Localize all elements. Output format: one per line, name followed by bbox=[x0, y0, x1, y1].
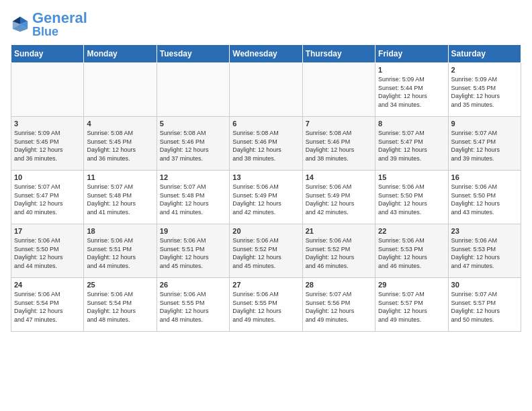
day-info: Sunrise: 5:06 AM Sunset: 5:53 PM Dayligh… bbox=[378, 236, 445, 270]
calendar-week-row: 10Sunrise: 5:07 AM Sunset: 5:47 PM Dayli… bbox=[11, 171, 521, 224]
day-info: Sunrise: 5:08 AM Sunset: 5:46 PM Dayligh… bbox=[232, 129, 299, 163]
day-info: Sunrise: 5:07 AM Sunset: 5:48 PM Dayligh… bbox=[160, 183, 226, 216]
day-info: Sunrise: 5:06 AM Sunset: 5:51 PM Dayligh… bbox=[160, 236, 226, 270]
calendar-cell: 28Sunrise: 5:07 AM Sunset: 5:56 PM Dayli… bbox=[302, 278, 375, 332]
day-info: Sunrise: 5:09 AM Sunset: 5:44 PM Dayligh… bbox=[378, 75, 445, 109]
day-info: Sunrise: 5:06 AM Sunset: 5:50 PM Dayligh… bbox=[451, 183, 518, 216]
calendar-cell: 9Sunrise: 5:07 AM Sunset: 5:47 PM Daylig… bbox=[448, 117, 521, 171]
day-number: 8 bbox=[378, 120, 445, 128]
day-info: Sunrise: 5:06 AM Sunset: 5:54 PM Dayligh… bbox=[87, 290, 153, 324]
logo-icon bbox=[11, 15, 30, 34]
calendar-cell: 20Sunrise: 5:06 AM Sunset: 5:52 PM Dayli… bbox=[230, 224, 302, 278]
calendar-header: SundayMondayTuesdayWednesdayThursdayFrid… bbox=[11, 45, 521, 63]
calendar-cell bbox=[157, 63, 229, 117]
logo-text2: Blue bbox=[32, 26, 87, 38]
calendar-cell: 21Sunrise: 5:06 AM Sunset: 5:52 PM Dayli… bbox=[302, 224, 375, 278]
day-number: 19 bbox=[160, 227, 226, 235]
day-number: 30 bbox=[451, 281, 518, 289]
calendar-cell: 11Sunrise: 5:07 AM Sunset: 5:48 PM Dayli… bbox=[84, 171, 157, 224]
calendar-cell bbox=[84, 63, 157, 117]
day-number: 14 bbox=[306, 173, 372, 181]
day-info: Sunrise: 5:07 AM Sunset: 5:48 PM Dayligh… bbox=[87, 183, 153, 216]
day-number: 4 bbox=[87, 120, 153, 128]
day-info: Sunrise: 5:06 AM Sunset: 5:52 PM Dayligh… bbox=[232, 236, 299, 270]
calendar-cell: 12Sunrise: 5:07 AM Sunset: 5:48 PM Dayli… bbox=[157, 171, 229, 224]
day-number: 18 bbox=[87, 227, 153, 235]
calendar-cell: 13Sunrise: 5:06 AM Sunset: 5:49 PM Dayli… bbox=[230, 171, 302, 224]
day-number: 22 bbox=[378, 227, 445, 235]
calendar-cell: 29Sunrise: 5:07 AM Sunset: 5:57 PM Dayli… bbox=[375, 278, 448, 332]
calendar-cell: 18Sunrise: 5:06 AM Sunset: 5:51 PM Dayli… bbox=[84, 224, 157, 278]
calendar-week-row: 17Sunrise: 5:06 AM Sunset: 5:50 PM Dayli… bbox=[11, 224, 521, 278]
calendar-cell: 16Sunrise: 5:06 AM Sunset: 5:50 PM Dayli… bbox=[448, 171, 521, 224]
day-number: 27 bbox=[232, 281, 299, 289]
day-number: 26 bbox=[160, 281, 226, 289]
day-number: 16 bbox=[451, 173, 518, 181]
day-number: 2 bbox=[451, 66, 518, 74]
calendar-cell: 4Sunrise: 5:08 AM Sunset: 5:45 PM Daylig… bbox=[84, 117, 157, 171]
day-info: Sunrise: 5:09 AM Sunset: 5:45 PM Dayligh… bbox=[451, 75, 518, 109]
day-number: 12 bbox=[160, 173, 226, 181]
day-number: 3 bbox=[14, 120, 81, 128]
day-number: 21 bbox=[306, 227, 372, 235]
day-number: 10 bbox=[14, 173, 81, 181]
calendar-cell: 27Sunrise: 5:06 AM Sunset: 5:55 PM Dayli… bbox=[230, 278, 302, 332]
day-number: 6 bbox=[232, 120, 299, 128]
day-number: 11 bbox=[87, 173, 153, 181]
weekday-header: Saturday bbox=[448, 45, 521, 63]
day-info: Sunrise: 5:07 AM Sunset: 5:47 PM Dayligh… bbox=[14, 183, 81, 216]
day-info: Sunrise: 5:09 AM Sunset: 5:45 PM Dayligh… bbox=[14, 129, 81, 163]
calendar-cell: 23Sunrise: 5:06 AM Sunset: 5:53 PM Dayli… bbox=[448, 224, 521, 278]
weekday-header: Wednesday bbox=[230, 45, 302, 63]
calendar-cell: 19Sunrise: 5:06 AM Sunset: 5:51 PM Dayli… bbox=[157, 224, 229, 278]
day-number: 1 bbox=[378, 66, 445, 74]
calendar-table: SundayMondayTuesdayWednesdayThursdayFrid… bbox=[11, 44, 521, 332]
day-number: 29 bbox=[378, 281, 445, 289]
day-info: Sunrise: 5:06 AM Sunset: 5:55 PM Dayligh… bbox=[160, 290, 226, 324]
calendar-cell: 30Sunrise: 5:07 AM Sunset: 5:57 PM Dayli… bbox=[448, 278, 521, 332]
calendar-cell: 5Sunrise: 5:08 AM Sunset: 5:46 PM Daylig… bbox=[157, 117, 229, 171]
day-info: Sunrise: 5:07 AM Sunset: 5:57 PM Dayligh… bbox=[451, 290, 518, 324]
day-info: Sunrise: 5:08 AM Sunset: 5:46 PM Dayligh… bbox=[306, 129, 372, 163]
calendar-week-row: 3Sunrise: 5:09 AM Sunset: 5:45 PM Daylig… bbox=[11, 117, 521, 171]
day-info: Sunrise: 5:08 AM Sunset: 5:45 PM Dayligh… bbox=[87, 129, 153, 163]
calendar-cell bbox=[230, 63, 302, 117]
calendar-cell: 26Sunrise: 5:06 AM Sunset: 5:55 PM Dayli… bbox=[157, 278, 229, 332]
day-info: Sunrise: 5:06 AM Sunset: 5:52 PM Dayligh… bbox=[306, 236, 372, 270]
page-header: General Blue bbox=[11, 11, 521, 38]
day-number: 9 bbox=[451, 120, 518, 128]
day-number: 20 bbox=[232, 227, 299, 235]
day-number: 5 bbox=[160, 120, 226, 128]
calendar-cell bbox=[11, 63, 84, 117]
day-number: 28 bbox=[306, 281, 372, 289]
calendar-cell bbox=[302, 63, 375, 117]
calendar-cell: 22Sunrise: 5:06 AM Sunset: 5:53 PM Dayli… bbox=[375, 224, 448, 278]
calendar-week-row: 24Sunrise: 5:06 AM Sunset: 5:54 PM Dayli… bbox=[11, 278, 521, 332]
day-info: Sunrise: 5:08 AM Sunset: 5:46 PM Dayligh… bbox=[160, 129, 226, 163]
calendar-cell: 10Sunrise: 5:07 AM Sunset: 5:47 PM Dayli… bbox=[11, 171, 84, 224]
logo-text: General bbox=[32, 11, 87, 26]
day-info: Sunrise: 5:07 AM Sunset: 5:57 PM Dayligh… bbox=[378, 290, 445, 324]
calendar-cell: 3Sunrise: 5:09 AM Sunset: 5:45 PM Daylig… bbox=[11, 117, 84, 171]
calendar-week-row: 1Sunrise: 5:09 AM Sunset: 5:44 PM Daylig… bbox=[11, 63, 521, 117]
day-info: Sunrise: 5:06 AM Sunset: 5:53 PM Dayligh… bbox=[451, 236, 518, 270]
calendar-cell: 8Sunrise: 5:07 AM Sunset: 5:47 PM Daylig… bbox=[375, 117, 448, 171]
calendar-cell: 17Sunrise: 5:06 AM Sunset: 5:50 PM Dayli… bbox=[11, 224, 84, 278]
day-number: 7 bbox=[306, 120, 372, 128]
calendar-cell: 2Sunrise: 5:09 AM Sunset: 5:45 PM Daylig… bbox=[448, 63, 521, 117]
day-info: Sunrise: 5:06 AM Sunset: 5:49 PM Dayligh… bbox=[306, 183, 372, 216]
day-number: 15 bbox=[378, 173, 445, 181]
day-info: Sunrise: 5:06 AM Sunset: 5:50 PM Dayligh… bbox=[378, 183, 445, 216]
calendar-cell: 25Sunrise: 5:06 AM Sunset: 5:54 PM Dayli… bbox=[84, 278, 157, 332]
day-info: Sunrise: 5:07 AM Sunset: 5:47 PM Dayligh… bbox=[451, 129, 518, 163]
calendar-cell: 15Sunrise: 5:06 AM Sunset: 5:50 PM Dayli… bbox=[375, 171, 448, 224]
calendar-cell: 6Sunrise: 5:08 AM Sunset: 5:46 PM Daylig… bbox=[230, 117, 302, 171]
weekday-header: Friday bbox=[375, 45, 448, 63]
calendar-cell: 1Sunrise: 5:09 AM Sunset: 5:44 PM Daylig… bbox=[375, 63, 448, 117]
day-number: 23 bbox=[451, 227, 518, 235]
day-info: Sunrise: 5:06 AM Sunset: 5:50 PM Dayligh… bbox=[14, 236, 81, 270]
day-info: Sunrise: 5:06 AM Sunset: 5:54 PM Dayligh… bbox=[14, 290, 81, 324]
day-info: Sunrise: 5:06 AM Sunset: 5:49 PM Dayligh… bbox=[232, 183, 299, 216]
day-number: 13 bbox=[232, 173, 299, 181]
calendar-cell: 14Sunrise: 5:06 AM Sunset: 5:49 PM Dayli… bbox=[302, 171, 375, 224]
